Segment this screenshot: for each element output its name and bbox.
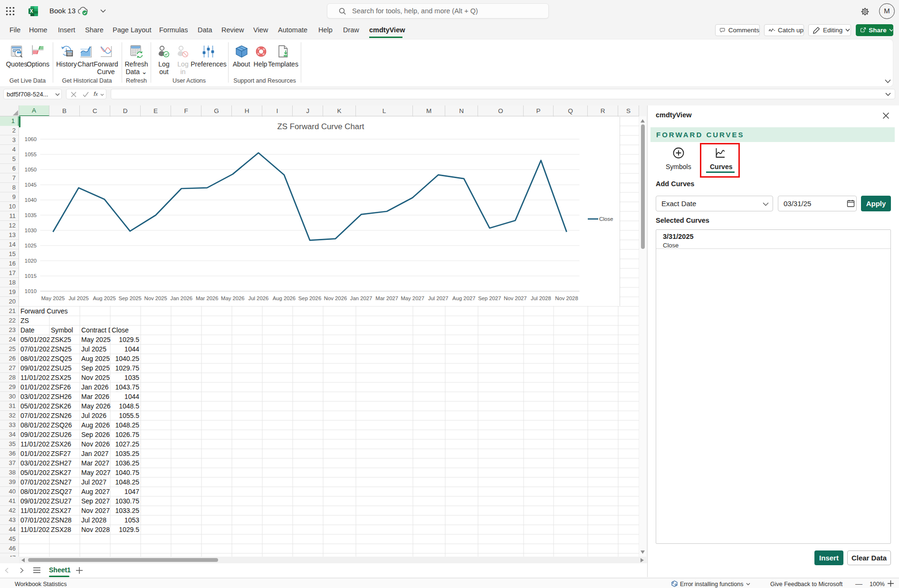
svg-text:Jul 2025: Jul 2025	[68, 295, 89, 301]
svg-text:Jul 2028: Jul 2028	[531, 295, 551, 301]
svg-text:Aug 2027: Aug 2027	[452, 295, 475, 301]
svg-text:1055: 1055	[25, 152, 37, 157]
svg-text:1035: 1035	[25, 212, 37, 218]
svg-text:Jul 2027: Jul 2027	[428, 295, 449, 301]
svg-text:1045: 1045	[25, 182, 37, 188]
svg-text:1020: 1020	[25, 258, 37, 264]
svg-text:1030: 1030	[25, 228, 37, 233]
svg-text:Nov 2028: Nov 2028	[555, 295, 578, 301]
svg-text:ZS Forward Curve Chart: ZS Forward Curve Chart	[277, 122, 364, 131]
svg-text:May 2025: May 2025	[41, 295, 65, 301]
svg-text:May 2027: May 2027	[401, 295, 424, 301]
svg-text:May 2026: May 2026	[221, 295, 245, 301]
svg-text:Nov 2025: Nov 2025	[144, 295, 167, 301]
svg-text:Close: Close	[599, 216, 613, 222]
svg-text:Sep 2027: Sep 2027	[478, 295, 501, 301]
svg-text:Jan 2027: Jan 2027	[350, 295, 372, 301]
svg-text:1060: 1060	[25, 136, 37, 142]
svg-text:Sep 2026: Sep 2026	[298, 295, 321, 301]
svg-text:1040: 1040	[25, 197, 37, 203]
svg-text:Mar 2027: Mar 2027	[375, 295, 398, 301]
svg-text:Aug 2026: Aug 2026	[273, 295, 296, 301]
svg-text:1050: 1050	[25, 167, 37, 172]
svg-text:X: X	[29, 8, 33, 14]
svg-text:1025: 1025	[25, 243, 37, 248]
svg-text:Jul 2026: Jul 2026	[249, 295, 269, 301]
svg-text:1015: 1015	[25, 273, 37, 279]
svg-text:1010: 1010	[25, 288, 37, 294]
svg-text:Sep 2025: Sep 2025	[118, 295, 141, 301]
svg-text:Aug 2025: Aug 2025	[93, 295, 115, 301]
svg-text:Jan 2026: Jan 2026	[171, 295, 192, 301]
svg-text:Nov 2026: Nov 2026	[324, 295, 347, 301]
svg-text:Mar 2026: Mar 2026	[196, 295, 219, 301]
svg-text:Nov 2027: Nov 2027	[504, 295, 526, 301]
